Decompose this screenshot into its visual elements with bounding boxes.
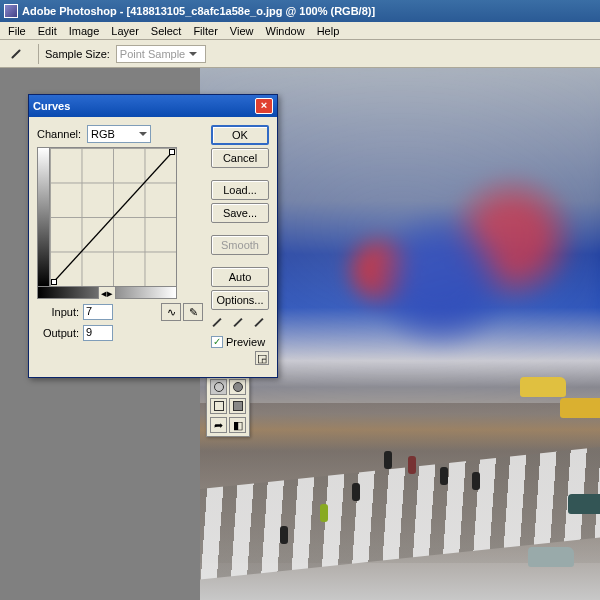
channel-value: RGB [91,128,115,140]
mask-mode-standard-button[interactable] [210,379,227,395]
dialog-resize-grip-icon[interactable]: ◲ [255,351,269,365]
menu-edit[interactable]: Edit [32,23,63,39]
menu-bar: File Edit Image Layer Select Filter View… [0,22,600,40]
menu-help[interactable]: Help [311,23,346,39]
channel-select[interactable]: RGB [87,125,151,143]
gray-point-eyedropper-icon[interactable] [232,315,248,331]
output-label: Output: [37,327,79,339]
curves-graph[interactable] [37,147,177,287]
menu-window[interactable]: Window [260,23,311,39]
app-titlebar: Adobe Photoshop - [418813105_c8afc1a58e_… [0,0,600,22]
menu-filter[interactable]: Filter [187,23,223,39]
menu-view[interactable]: View [224,23,260,39]
menu-select[interactable]: Select [145,23,188,39]
chevron-down-icon [189,52,197,56]
mask-mode-quick-button[interactable] [229,379,246,395]
extra-tool-button[interactable]: ◧ [229,417,246,433]
eyedropper-tool-icon[interactable] [10,46,26,62]
ok-button[interactable]: OK [211,125,269,145]
screen-mode-standard-button[interactable] [210,398,227,414]
sample-size-dropdown[interactable]: Point Sample [116,45,206,63]
smooth-button: Smooth [211,235,269,255]
save-button[interactable]: Save... [211,203,269,223]
sample-size-value: Point Sample [120,48,185,60]
curves-grid[interactable] [50,148,176,286]
curve-point-mode-button[interactable]: ∿ [161,303,181,321]
white-point-eyedropper-icon[interactable] [253,315,269,331]
sample-size-label: Sample Size: [45,48,110,60]
title-text: Adobe Photoshop - [418813105_c8afc1a58e_… [22,5,375,17]
screen-mode-full-button[interactable] [229,398,246,414]
curves-dialog: Curves × Channel: RGB [28,94,278,378]
input-label: Input: [37,306,79,318]
horizontal-gradient[interactable]: ◂▸ [37,287,177,299]
jump-to-imageready-button[interactable]: ➦ [210,417,227,433]
curve-point-highlight[interactable] [169,149,175,155]
load-button[interactable]: Load... [211,180,269,200]
menu-image[interactable]: Image [63,23,106,39]
close-button[interactable]: × [255,98,273,114]
channel-label: Channel: [37,128,81,140]
black-point-eyedropper-icon[interactable] [211,315,227,331]
options-button[interactable]: Options... [211,290,269,310]
menu-layer[interactable]: Layer [105,23,145,39]
preview-checkbox[interactable]: ✓ [211,336,223,348]
gradient-midpoint-toggle[interactable]: ◂▸ [98,287,116,299]
curve-point-shadow[interactable] [51,279,57,285]
chevron-down-icon [139,132,147,136]
curve-draw-mode-button[interactable]: ✎ [183,303,203,321]
preview-label: Preview [226,336,265,348]
dialog-title: Curves [33,100,70,112]
output-field[interactable]: 9 [83,325,113,341]
menu-file[interactable]: File [2,23,32,39]
input-field[interactable]: 7 [83,304,113,320]
photoshop-icon [4,4,18,18]
auto-button[interactable]: Auto [211,267,269,287]
dialog-titlebar[interactable]: Curves × [29,95,277,117]
vertical-gradient [38,148,50,286]
options-bar: Sample Size: Point Sample [0,40,600,68]
cancel-button[interactable]: Cancel [211,148,269,168]
